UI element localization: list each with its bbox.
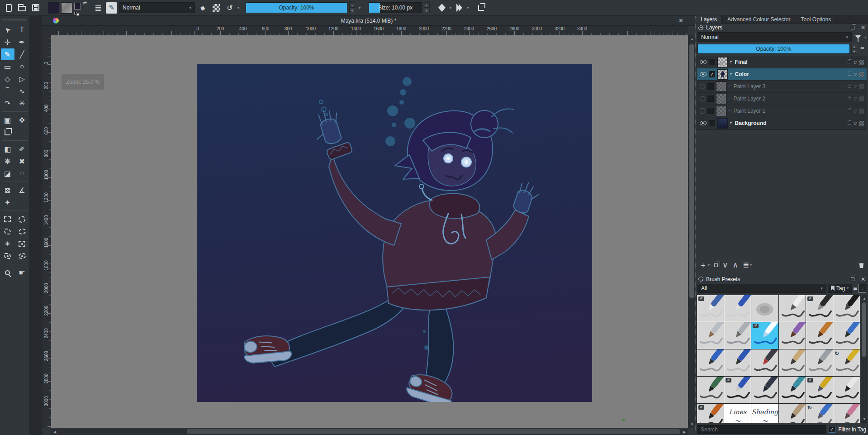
vertical-scrollbar-thumb[interactable] [689,44,694,298]
layer-checkbox[interactable]: ✓ [709,71,715,77]
layer-thumbnail[interactable] [716,81,726,92]
freehand-brush-tool[interactable]: ✎ [1,48,14,60]
ellipse-tool[interactable]: ○ [15,61,29,72]
layer-alpha-lock-icon[interactable]: α [854,71,857,77]
brush-preset[interactable] [779,404,806,423]
close-docker-icon[interactable]: ✕ [861,276,865,282]
layer-row[interactable]: ↱Backgroundα [697,117,867,129]
presets-scrollbar[interactable]: ▲ ▼ [861,295,867,423]
brush-preset[interactable]: ✐ [697,295,724,322]
layer-lock-icon[interactable] [848,110,851,112]
transform-tool[interactable]: ▣ [1,114,14,126]
layer-properties-button[interactable]: ≣▾ [743,260,752,270]
layer-lock-icon[interactable] [848,73,851,76]
opacity-spinner[interactable]: ▴▾ [349,2,355,13]
subwindow-titlebar[interactable]: Maya.kra (514.0 MiB) * ✕ [42,16,695,26]
fill-tool[interactable]: ◪ [1,167,14,179]
select-shapes-tool[interactable]: ➤ [1,24,14,36]
crop-tool[interactable] [1,126,14,138]
add-layer-button[interactable]: ＋▾ [699,260,710,270]
layer-inherit-alpha-icon[interactable] [859,121,864,126]
brush-preset-shading[interactable]: Shading [751,404,778,423]
brush-preset[interactable] [751,295,778,322]
rectangular-selection-tool[interactable] [1,213,14,225]
brush-preset-lines[interactable]: Lines [724,404,751,423]
magnetic-selection-tool[interactable] [15,250,29,262]
brush-preset[interactable]: ↻ [806,404,833,423]
layer-lock-icon[interactable] [848,61,851,63]
mirror-vertical-options-arrow[interactable]: ▾ [467,6,469,10]
polygon-tool[interactable]: ◇ [1,73,14,85]
layer-visibility-toggle[interactable] [700,121,707,125]
brush-preset[interactable]: ✐ [806,295,833,322]
brush-preset[interactable] [697,377,724,403]
vertical-scrollbar[interactable]: ▲ ▼ [688,35,695,428]
eraser-mode-button[interactable]: ◆ [197,2,209,14]
layer-alpha-lock-icon[interactable]: α [854,120,857,126]
save-button[interactable] [30,2,42,14]
brush-presets-docker-header[interactable]: Brush Presets ✕ [696,276,868,283]
move-layer-down-button[interactable]: ∨ [722,260,728,270]
rectangle-tool[interactable]: ▭ [1,61,14,72]
assistants-tool[interactable]: ⊠ [1,184,14,196]
layer-checkbox[interactable] [707,108,714,114]
move-layer-up-button[interactable]: ∧ [732,260,738,270]
foreground-background-colors[interactable]: ⇄ [74,2,86,14]
presets-scrollbar-thumb[interactable] [862,302,866,357]
layer-visibility-toggle[interactable] [700,84,705,89]
scroll-right-icon[interactable]: ▶ [681,428,688,435]
brush-preset[interactable] [751,349,778,376]
similar-color-selection-tool[interactable]: ✶ [1,238,14,249]
duplicate-layer-button[interactable] [714,263,718,267]
layer-alpha-lock-icon[interactable]: α [854,108,857,114]
layer-thumbnail[interactable] [716,106,726,116]
layer-row[interactable]: ↱Paint Layer 1α [697,105,867,117]
tag-button[interactable]: Tag ▾ [828,284,852,293]
layer-visibility-toggle[interactable] [700,96,705,101]
brush-preset[interactable] [806,349,833,376]
layer-alpha-lock-icon[interactable]: α [854,96,857,102]
brush-preset[interactable] [779,377,806,403]
freehand-path-tool[interactable]: ∿ [15,85,29,97]
reload-preset-button[interactable]: ↺ [224,2,236,14]
preserve-alpha-button[interactable] [210,2,222,14]
brush-preset[interactable]: ✐ [806,377,833,403]
brush-preset[interactable] [779,295,806,322]
layer-inherit-alpha-icon[interactable] [859,84,864,89]
contiguous-selection-tool[interactable] [15,238,29,249]
edit-brush-settings-button[interactable]: ✎ [106,2,117,14]
brush-preset[interactable]: ↻ [833,349,860,376]
brush-preset[interactable] [724,322,751,349]
brush-preset[interactable] [806,322,833,349]
layer-row[interactable]: ↱Finalα [697,56,867,68]
blending-mode-select[interactable]: Normal ▾ [119,2,195,13]
scroll-down-icon[interactable]: ▼ [861,415,867,422]
horizontal-scrollbar[interactable]: ◀ ▶ [51,428,688,435]
wrap-around-mode-button[interactable] [475,2,487,14]
brush-preset[interactable] [833,404,860,423]
brush-preset[interactable] [833,322,860,349]
close-docker-icon[interactable]: ✕ [861,24,865,31]
layer-thumbnail[interactable] [717,69,728,80]
scroll-left-icon[interactable]: ◀ [51,428,58,435]
layer-inherit-alpha-icon[interactable] [859,96,864,101]
layer-checkbox[interactable] [709,120,715,126]
layer-checkbox[interactable] [709,59,715,65]
line-tool[interactable]: ╱ [15,48,29,60]
layers-docker-header[interactable]: Layers ✕ [696,24,868,31]
edit-shapes-tool[interactable]: ✛ [1,36,14,48]
presets-display-mode-button[interactable]: ⋮ [859,284,866,293]
elliptical-selection-tool[interactable] [15,213,29,225]
layer-thumbnail[interactable] [717,57,728,67]
layer-row[interactable]: ↱Paint Layer 3α [697,81,867,93]
filter-layers-icon[interactable] [855,35,861,39]
opacity-slider[interactable]: Opacity: 100% [246,2,347,13]
brush-preset[interactable]: ✐ [724,377,751,403]
mirror-horizontal-options-arrow[interactable]: ▾ [450,6,451,10]
color-sampler-tool[interactable]: ✐ [15,143,29,155]
filter-in-tag-checkbox[interactable]: ✓ [829,426,835,433]
choose-brush-preset-button[interactable]: ≣ [92,2,104,14]
layer-inherit-alpha-icon[interactable] [859,72,864,77]
pan-tool[interactable]: ☛ [15,267,29,278]
move-tool[interactable]: ✥ [15,114,29,126]
